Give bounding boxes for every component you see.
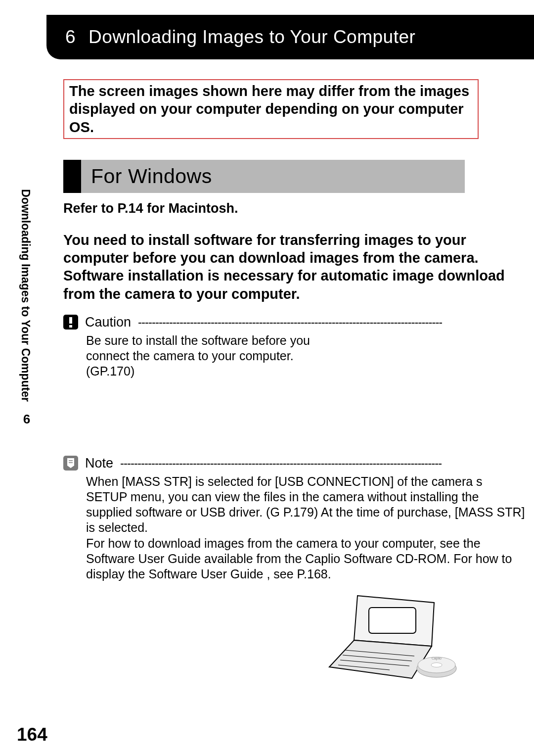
caution-head: Caution --------------------------------… — [63, 315, 528, 330]
note-head: Note -----------------------------------… — [63, 456, 528, 471]
note-dashes: ----------------------------------------… — [120, 456, 442, 470]
svg-rect-1 — [69, 317, 72, 324]
note-body: When [MASS STR] is selected for [USB CON… — [86, 474, 526, 582]
caution-dashes: ----------------------------------------… — [138, 315, 442, 329]
svg-rect-2 — [69, 325, 72, 328]
side-tab-number: 6 — [19, 412, 35, 427]
section-header: For Windows — [63, 160, 465, 193]
intro-paragraph: You need to install software for transfe… — [63, 231, 528, 303]
side-tab-label: Downloading Images to Your Computer — [19, 130, 32, 402]
caution-icon — [63, 315, 78, 330]
side-tab: Downloading Images to Your Computer 6 — [19, 130, 49, 525]
caution-body: Be sure to install the software before y… — [86, 333, 343, 379]
chapter-title: Downloading Images to Your Computer — [89, 27, 415, 47]
note-callout: Note -----------------------------------… — [63, 456, 528, 582]
disclaimer-box: The screen images shown here may differ … — [63, 79, 479, 139]
page-number: 164 — [17, 724, 47, 745]
section-title: For Windows — [81, 160, 465, 193]
caution-callout: Caution --------------------------------… — [63, 315, 528, 379]
laptop-illustration: Caplio — [311, 592, 459, 691]
svg-text:Caplio: Caplio — [432, 657, 442, 661]
svg-point-10 — [431, 662, 442, 667]
svg-rect-3 — [369, 608, 416, 633]
cross-reference: Refer to P.14 for Macintosh. — [63, 201, 534, 216]
manual-page: 6Downloading Images to Your Computer The… — [0, 0, 534, 756]
chapter-header: 6Downloading Images to Your Computer — [46, 15, 534, 59]
disclaimer-text: The screen images shown here may differ … — [69, 83, 469, 135]
caution-label: Caution — [85, 315, 131, 330]
chapter-number: 6 — [65, 27, 76, 47]
note-icon — [63, 456, 78, 471]
note-label: Note — [85, 456, 113, 471]
section-tab-marker — [63, 160, 81, 193]
